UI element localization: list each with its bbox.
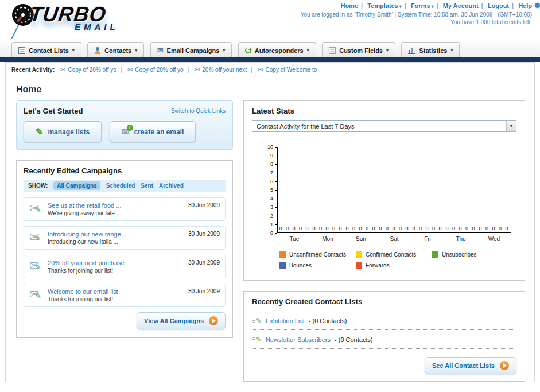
chart-value-group: 0 0 0 0 0	[311, 226, 344, 232]
campaign-list: ✉✎ See us at the retail food ... We're g…	[24, 197, 226, 307]
campaign-title-link[interactable]: Welcome to our email list	[48, 288, 188, 295]
manage-lists-button[interactable]: ✎ manage lists	[24, 121, 102, 142]
tab-contact-lists[interactable]: Contact Lists▾	[11, 42, 81, 57]
chevron-down-icon: ▾	[399, 4, 402, 9]
legend-item: Unsubscribes	[432, 251, 508, 258]
arrow-right-icon	[500, 361, 509, 370]
y-tick-label: 7	[270, 170, 277, 176]
campaign-title-link[interactable]: 20% off your next purchase	[48, 259, 188, 266]
legend-swatch	[279, 262, 286, 269]
x-tick-label: Mon	[311, 233, 344, 242]
contact-list-count: - (0 Contacts)	[309, 317, 347, 324]
tab-statistics[interactable]: Statistics▾	[401, 42, 460, 57]
arrow-right-icon	[209, 316, 218, 325]
legend-item: Unconfirmed Contacts	[279, 251, 356, 258]
campaign-filter[interactable]: Archived	[159, 183, 184, 189]
chevron-down-icon: ▾	[223, 48, 225, 53]
campaign-date: 30 Jun 2009	[188, 259, 220, 266]
campaign-date: 30 Jun 2009	[188, 231, 220, 237]
contact-list-item: ✎ Exhibition List - (0 Contacts)	[252, 311, 516, 330]
pencil-icon: ✎	[252, 317, 262, 324]
y-tick-label: 9	[270, 153, 277, 158]
campaign-list-item: ✉✎ Welcome to our email list Thanks for …	[24, 284, 226, 307]
y-tick-label: 6	[270, 178, 277, 184]
pencil-icon: ✎	[252, 336, 262, 343]
campaign-title-link[interactable]: See us at the retail food ...	[48, 202, 188, 209]
main-nav: Contact Lists▾ Contacts▾ ✉Email Campaign…	[0, 39, 540, 57]
x-tick-label: Sat	[378, 233, 411, 242]
campaign-date: 30 Jun 2009	[188, 202, 220, 208]
tab-custom-fields[interactable]: Custom Fields▾	[322, 42, 395, 57]
top-nav-link[interactable]: Templates▾	[367, 2, 402, 9]
x-tick-label: Tue	[278, 233, 311, 242]
get-started-panel: Let's Get Started Switch to Quick Links …	[16, 100, 233, 150]
logo-text-turbo: TURBO	[28, 2, 121, 26]
activity-separator: |	[188, 67, 189, 73]
campaign-filters: SHOW: All CampaignsScheduledSentArchived	[24, 180, 226, 192]
campaign-filter[interactable]: All Campaigns	[53, 181, 100, 190]
legend-item: Forwards	[356, 262, 432, 269]
recent-activity-link[interactable]: 20% off your next	[202, 67, 247, 73]
top-bar: TURBO EMAIL Home▾| Templates▾| Forms▾| M…	[0, 0, 540, 37]
x-tick-label: Sun	[344, 233, 378, 242]
activity-separator: |	[251, 67, 252, 73]
create-email-button[interactable]: ✉+ create an email	[110, 121, 196, 142]
chart-legend: Unconfirmed ContactsConfirmed ContactsUn…	[279, 251, 511, 273]
campaign-subtitle: Thanks for joining our list!	[48, 267, 188, 274]
login-info: You are logged in as 'Timothy Smith' | S…	[301, 11, 532, 18]
nav-separator: |	[361, 2, 363, 9]
y-tick-label: 10	[267, 144, 277, 150]
switch-quick-links-link[interactable]: Switch to Quick Links	[171, 108, 226, 114]
recent-activity-label: Recent Activity:	[11, 67, 55, 73]
campaign-filter[interactable]: Sent	[141, 183, 153, 189]
legend-swatch	[279, 251, 286, 258]
chart-value-group: 0 0 0 0 0	[278, 226, 311, 232]
top-nav-link[interactable]: Logout▾	[488, 2, 509, 9]
nav-separator: |	[437, 2, 438, 9]
y-tick-label: 1	[270, 222, 277, 227]
top-nav-link[interactable]: Help▾	[518, 2, 532, 9]
decorative-dot	[535, 3, 540, 8]
envelope-icon: ✉	[60, 66, 65, 73]
contact-list-link[interactable]: Exhibition List	[266, 317, 305, 324]
chart-plot: 0 0 0 0 00 0 0 0 00 0 0 0 00 0 0 0 00 0 …	[277, 147, 511, 233]
campaign-filter[interactable]: Scheduled	[106, 183, 135, 189]
recent-activity-link[interactable]: Copy of Welcome to	[266, 67, 317, 73]
view-all-campaigns-button[interactable]: View All Campaigns	[137, 312, 226, 329]
tab-autoresponders[interactable]: Autoresponders▾	[238, 42, 316, 57]
y-tick-label: 8	[270, 161, 277, 167]
y-tick-label: 0	[270, 230, 277, 236]
campaigns-panel-title: Recently Edited Campaigns	[24, 166, 226, 175]
recent-activity-link[interactable]: Copy of 20% off yo	[68, 67, 116, 73]
contact-activity-chart: 109876543210 0 0 0 0 00 0 0 0 00 0 0 0 0…	[262, 147, 511, 273]
envelope-plus-icon: ✉+	[122, 126, 129, 137]
contact-lists-title: Recently Created Contact Lists	[252, 297, 516, 306]
stats-period-select[interactable]: Contact Activity for the Last 7 Days ▼	[252, 120, 516, 132]
chevron-down-icon: ▾	[450, 48, 453, 53]
chevron-down-icon: ▼	[506, 121, 516, 131]
contact-list-link[interactable]: Newsletter Subscribers	[266, 336, 331, 343]
chevron-down-icon: ▾	[386, 48, 389, 53]
statistics-icon	[408, 47, 415, 54]
legend-swatch	[432, 251, 438, 258]
credits-info: You have 1,000 total credits left.	[301, 19, 532, 25]
envelope-pencil-icon: ✉✎	[29, 259, 48, 272]
y-tick-label: 2	[270, 213, 277, 219]
legend-swatch	[356, 251, 362, 258]
envelope-icon: ✉	[127, 66, 133, 73]
envelope-icon: ✉	[195, 66, 200, 73]
chart-x-axis: TueMonSunSatFriThuWed	[277, 233, 511, 242]
tab-email-campaigns[interactable]: ✉Email Campaigns▾	[150, 42, 232, 57]
campaign-list-item: ✉✎ See us at the retail food ... We're g…	[24, 197, 226, 221]
chevron-down-icon: ▾	[72, 48, 75, 53]
top-nav-link[interactable]: My Account▾	[443, 2, 479, 9]
campaign-list-item: ✉✎ 20% off your next purchase Thanks for…	[24, 255, 226, 278]
tab-contacts[interactable]: Contacts▾	[87, 42, 144, 57]
show-label: SHOW:	[28, 183, 48, 189]
top-nav-link[interactable]: Home▾	[340, 2, 358, 9]
recent-activity-link[interactable]: Copy of 20% off yo	[135, 67, 183, 73]
campaign-title-link[interactable]: Introducing our new range ...	[48, 231, 188, 238]
activity-separator: |	[121, 67, 122, 73]
top-nav-link[interactable]: Forms▾	[411, 2, 434, 9]
see-all-contact-lists-button[interactable]: See All Contact Lists	[425, 357, 516, 374]
